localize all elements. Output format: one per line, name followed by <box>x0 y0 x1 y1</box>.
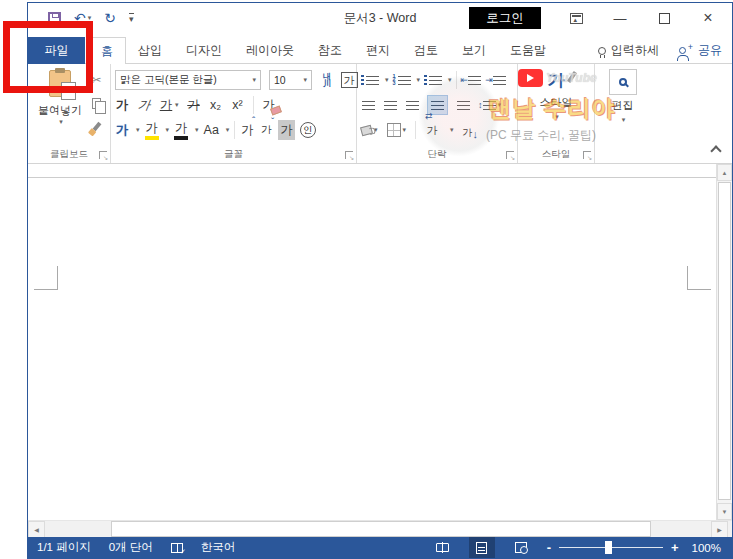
tab-view[interactable]: 보기 <box>450 37 498 64</box>
enclose-characters-button[interactable]: 인 <box>300 122 316 138</box>
horizontal-scrollbar[interactable]: ◀ ▶ <box>28 520 732 537</box>
italic-button[interactable]: 가 <box>136 95 153 115</box>
print-layout-button[interactable] <box>469 537 495 558</box>
clipboard-dialog-launcher[interactable] <box>99 151 107 159</box>
tab-mailings[interactable]: 편지 <box>354 37 402 64</box>
copy-button[interactable] <box>88 95 105 111</box>
font-dialog-launcher[interactable] <box>345 151 353 159</box>
paste-button[interactable]: 붙여넣기 ▾ <box>34 70 86 142</box>
proofing-icon[interactable] <box>171 543 183 553</box>
multilevel-list-button[interactable] <box>424 70 442 90</box>
shading-button[interactable]: ▾ <box>361 120 378 140</box>
distribute-button[interactable] <box>456 95 470 115</box>
paste-dropdown-icon[interactable]: ▾ <box>59 118 63 126</box>
decrease-indent-button[interactable]: ⇤ <box>461 70 482 90</box>
web-layout-button[interactable] <box>508 537 534 558</box>
word-count[interactable]: 0개 단어 <box>109 540 153 555</box>
subscript-button[interactable]: x₂ <box>209 95 223 115</box>
text-effects-button[interactable]: 가 <box>115 120 129 140</box>
bold-button[interactable]: 가 <box>115 95 129 115</box>
tab-help[interactable]: 도움말 <box>498 37 558 64</box>
vertical-scrollbar[interactable]: ▲ ▼ <box>716 164 732 520</box>
grow-font-button[interactable]: 가 <box>240 120 254 140</box>
customize-qat-button[interactable]: ▾ <box>129 13 134 23</box>
format-painter-button[interactable] <box>88 118 105 134</box>
underline-button[interactable]: 가 <box>159 95 173 115</box>
clear-formatting-button[interactable]: 가 <box>262 95 276 115</box>
align-center-button[interactable] <box>383 95 397 115</box>
cut-button[interactable]: ✂ <box>88 72 105 88</box>
borders-button[interactable]: ▾ <box>387 120 407 140</box>
text-highlight-button[interactable]: 가 <box>145 120 159 140</box>
superscript-button[interactable]: x² <box>231 95 245 115</box>
styles-brush-icon: 가 <box>548 69 565 92</box>
close-button[interactable]: × <box>686 3 730 33</box>
tell-me-box[interactable]: 입력하세 <box>598 42 659 59</box>
share-button[interactable]: +공유 <box>679 42 722 59</box>
collapse-ribbon-button[interactable] <box>710 145 721 156</box>
minimize-button[interactable]: — <box>598 3 642 33</box>
character-width-dropdown-icon[interactable]: ▾ <box>450 126 454 134</box>
font-size-combobox[interactable]: 10 ▾ <box>269 70 312 90</box>
read-mode-button[interactable] <box>430 537 456 558</box>
increase-indent-button[interactable]: ⇥ <box>485 70 506 90</box>
vertical-scroll-thumb[interactable] <box>718 182 731 500</box>
zoom-level[interactable]: 100% <box>692 542 721 554</box>
bullets-dropdown-icon[interactable]: ▾ <box>385 76 389 84</box>
font-color-button[interactable]: 가 <box>174 120 188 140</box>
font-color-dropdown-icon[interactable]: ▾ <box>195 126 199 134</box>
bullets-button[interactable] <box>361 70 379 90</box>
redo-button[interactable]: ↻ <box>104 10 116 26</box>
login-button[interactable]: 로그인 <box>469 7 541 29</box>
scroll-down-button[interactable]: ▼ <box>717 503 732 520</box>
scroll-right-button[interactable]: ▶ <box>711 521 728 538</box>
line-spacing-button[interactable]: ↕▾ <box>478 95 501 115</box>
strikethrough-button[interactable]: 가 <box>187 95 201 115</box>
zoom-slider[interactable] <box>559 547 663 548</box>
character-border-button[interactable]: 가 <box>342 70 356 90</box>
page-indicator[interactable]: 1/1 페이지 <box>37 540 91 555</box>
align-right-button[interactable] <box>405 95 419 115</box>
save-button[interactable] <box>48 12 61 24</box>
tab-insert[interactable]: 삽입 <box>126 37 174 64</box>
scroll-up-button[interactable]: ▲ <box>717 164 732 181</box>
numbering-dropdown-icon[interactable]: ▾ <box>417 76 421 84</box>
font-name-combobox[interactable]: 맑은 고딕(본문 한글) ▾ <box>115 70 261 90</box>
zoom-slider-thumb[interactable] <box>605 541 612 554</box>
edit-button[interactable]: 편집 ▾ <box>595 69 650 124</box>
multilevel-dropdown-icon[interactable]: ▾ <box>448 76 452 84</box>
shrink-font-button[interactable]: 가 <box>259 120 273 140</box>
tab-review[interactable]: 검토 <box>402 37 450 64</box>
highlight-dropdown-icon[interactable]: ▾ <box>166 126 170 134</box>
language-indicator[interactable]: 한국어 <box>201 540 236 555</box>
zoom-in-button[interactable]: + <box>671 540 679 555</box>
text-effects-dropdown-icon[interactable]: ▾ <box>136 126 140 134</box>
styles-button[interactable]: 가 스타일 ▾ <box>518 69 594 121</box>
zoom-out-button[interactable]: - <box>547 540 551 555</box>
paragraph-group-label: 단락 <box>357 148 517 161</box>
character-width-button[interactable]: 가 <box>425 120 439 140</box>
tab-home[interactable]: 홈 <box>88 37 126 65</box>
styles-dialog-launcher[interactable] <box>583 151 591 159</box>
underline-dropdown-icon[interactable]: ▾ <box>175 101 179 109</box>
sort-button[interactable]: 가↓ <box>463 120 479 140</box>
tab-design[interactable]: 디자인 <box>174 37 234 64</box>
ribbon-filler <box>650 64 732 163</box>
character-shading-button[interactable]: 가 <box>278 120 295 140</box>
undo-button[interactable]: ↶▾ <box>74 10 91 26</box>
phonetic-guide-button[interactable]: 내川 <box>320 70 334 90</box>
numbering-button[interactable]: 1 2 3 <box>393 70 411 90</box>
align-left-button[interactable] <box>361 95 375 115</box>
horizontal-scroll-thumb[interactable] <box>111 521 651 537</box>
tab-layout[interactable]: 레이아웃 <box>234 37 306 64</box>
paragraph-dialog-launcher[interactable] <box>506 151 514 159</box>
change-case-dropdown-icon[interactable]: ▾ <box>226 126 230 134</box>
change-case-button[interactable]: Aa <box>204 120 219 140</box>
document-area[interactable]: ▲ ▼ <box>28 164 732 520</box>
ribbon-display-options-button[interactable] <box>554 3 598 33</box>
tab-file[interactable]: 파일 <box>28 37 85 64</box>
undo-dropdown-icon[interactable]: ▾ <box>88 14 92 22</box>
tab-references[interactable]: 참조 <box>306 37 354 64</box>
maximize-button[interactable] <box>642 3 686 33</box>
scroll-left-button[interactable]: ◀ <box>28 521 45 538</box>
